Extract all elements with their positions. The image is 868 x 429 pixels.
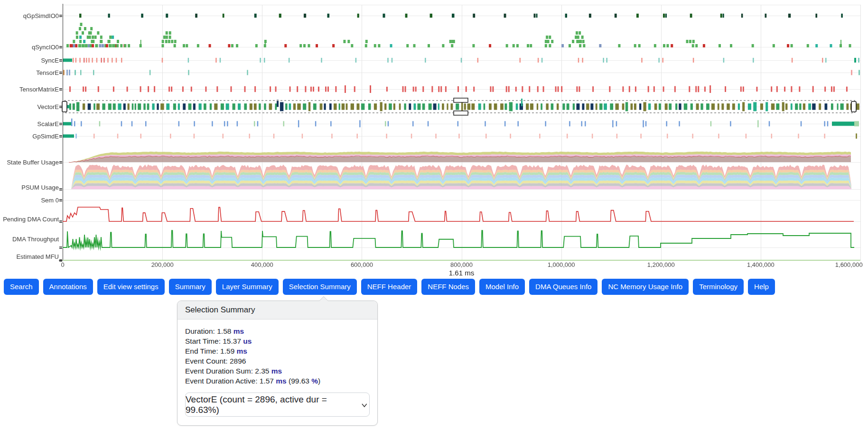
toolbar-button-neff-header[interactable]: NEFF Header <box>361 279 418 295</box>
x-tick-label: 1,400,000 <box>747 261 775 268</box>
profiler-timeline: qGpSimdIO0qSyncIO0SyncETensorETensorMatr… <box>0 0 868 278</box>
row-label-qgpsimdio0: qGpSimdIO0 <box>0 12 59 19</box>
row-label-pending-dma-count: Pending DMA Count <box>0 216 59 223</box>
toolbar-button-selection-summary[interactable]: Selection Summary <box>283 279 357 295</box>
toolbar-button-help[interactable]: Help <box>748 279 775 295</box>
toolbar-button-nc-memory-usage-info[interactable]: NC Memory Usage Info <box>602 279 689 295</box>
row-label-synce: SyncE <box>0 57 59 64</box>
toolbar-button-terminology[interactable]: Terminology <box>693 279 744 295</box>
toolbar-button-summary[interactable]: Summary <box>169 279 212 295</box>
popup-title: Selection Summary <box>177 301 377 319</box>
toolbar: SearchAnnotationsEdit view settingsSumma… <box>4 279 775 295</box>
engine-select-dropdown[interactable]: VectorE (count = 2896, active dur = 99.6… <box>185 392 370 417</box>
x-tick-label: 400,000 <box>251 261 273 268</box>
toolbar-button-neff-nodes[interactable]: NEFF Nodes <box>421 279 475 295</box>
stat-text: Duration: 1.58 <box>185 327 233 335</box>
popup-body: Duration: 1.58 msStart Time: 15.37 usEnd… <box>177 319 377 425</box>
timeline-canvas[interactable] <box>0 0 868 278</box>
row-label-vectore: VectorE <box>0 103 59 110</box>
row-label-sem-0: Sem 0 <box>0 197 59 204</box>
toolbar-button-search[interactable]: Search <box>4 279 39 295</box>
row-label-estimated-mfu: Estimated MFU <box>0 253 59 260</box>
stat-text: Start Time: 15.37 <box>185 337 243 345</box>
stat-text: End Time: 1.59 <box>185 347 237 355</box>
x-tick-label: 200,000 <box>151 261 174 268</box>
row-label-tensore: TensorE <box>0 69 59 76</box>
x-tick-label: 600,000 <box>351 261 373 268</box>
stat-line: Event Duration Active: 1.57 ms (99.63 %) <box>185 376 370 386</box>
chevron-down-icon <box>360 401 369 410</box>
stat-unit: % <box>311 377 318 385</box>
toolbar-button-dma-queues-info[interactable]: DMA Queues Info <box>529 279 597 295</box>
stat-text: Event Count: 2896 <box>185 357 246 365</box>
stat-text: (99.63 <box>287 377 312 385</box>
stat-text: ) <box>318 377 320 385</box>
stat-text: Event Duration Sum: 2.35 <box>185 367 271 375</box>
stat-line: End Time: 1.59 ms <box>185 346 370 356</box>
row-label-tensormatrixe: TensorMatrixE <box>0 86 59 93</box>
row-label-psum-usage: PSUM Usage <box>0 184 59 191</box>
toolbar-button-edit-view-settings[interactable]: Edit view settings <box>97 279 165 295</box>
stat-unit: ms <box>276 377 286 385</box>
row-label-dma-throughput: DMA Throughput <box>0 236 59 243</box>
x-tick-label: 1,200,000 <box>647 261 675 268</box>
stat-unit: us <box>243 337 252 345</box>
toolbar-button-model-info[interactable]: Model Info <box>479 279 525 295</box>
stat-line: Event Count: 2896 <box>185 356 370 366</box>
stat-unit: ms <box>233 327 244 335</box>
selection-summary-popup: Selection Summary Duration: 1.58 msStart… <box>177 301 378 426</box>
stat-line: Duration: 1.58 ms <box>185 326 370 336</box>
popup-notch-fill <box>319 297 328 301</box>
toolbar-button-annotations[interactable]: Annotations <box>43 279 93 295</box>
x-tick-label: 0 <box>61 261 64 268</box>
x-axis-title: 1.61 ms <box>63 269 860 277</box>
stat-line: Event Duration Sum: 2.35 ms <box>185 366 370 376</box>
stat-unit: ms <box>237 347 247 355</box>
x-tick-label: 1,600,000 <box>835 261 863 268</box>
row-label-state-buffer-usage: State Buffer Usage <box>0 159 59 166</box>
stat-text: Event Duration Active: 1.57 <box>185 377 276 385</box>
row-label-qsyncio0: qSyncIO0 <box>0 44 59 51</box>
x-tick-label: 800,000 <box>450 261 473 268</box>
engine-select-label: VectorE (count = 2896, active dur = 99.6… <box>186 394 359 415</box>
stat-line: Start Time: 15.37 us <box>185 336 370 346</box>
stat-unit: ms <box>271 367 282 375</box>
selection-stats: Duration: 1.58 msStart Time: 15.37 usEnd… <box>185 326 370 386</box>
row-label-gpsimde: GpSimdE <box>0 133 59 140</box>
row-label-scalare: ScalarE <box>0 120 59 128</box>
x-tick-label: 1,000,000 <box>548 261 575 268</box>
toolbar-button-layer-summary[interactable]: Layer Summary <box>216 279 279 295</box>
